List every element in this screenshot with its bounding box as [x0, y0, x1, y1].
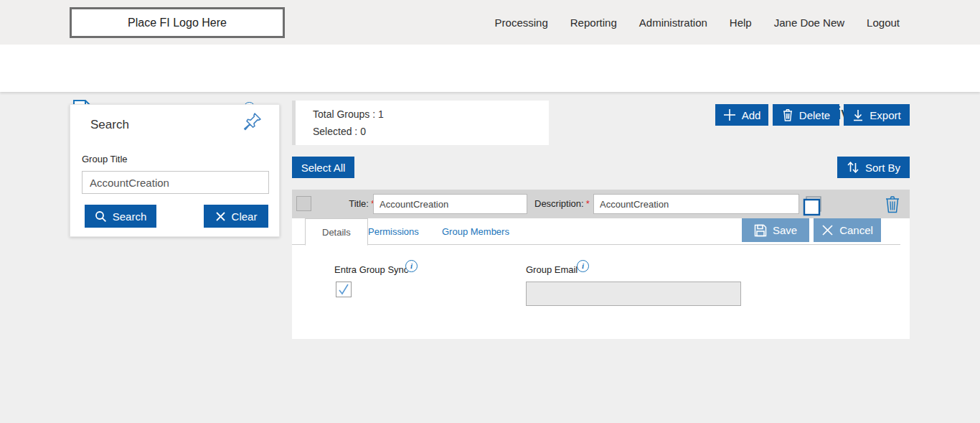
close-icon: [821, 224, 834, 236]
entra-group-sync-label: Entra Group Sync: [334, 264, 408, 275]
main-nav: Processing Reporting Administration Help…: [495, 0, 900, 45]
search-icon: [95, 210, 107, 223]
group-email-info-icon[interactable]: [577, 260, 589, 272]
groups-summary: Total Groups : 1 Selected : 0: [292, 101, 549, 145]
required-marker: *: [586, 198, 590, 209]
title-label: Title:*: [331, 198, 374, 209]
save-button-label: Save: [773, 224, 797, 236]
plus-icon: [723, 108, 736, 121]
crud-toolbar: Add Delete Export: [715, 104, 910, 126]
sort-by-label: Sort By: [865, 162, 900, 174]
delete-button-label: Delete: [799, 109, 830, 121]
tab-details[interactable]: Details: [305, 218, 368, 246]
select-all-button[interactable]: Select All: [292, 157, 354, 178]
cancel-button-label: Cancel: [839, 224, 873, 236]
search-button[interactable]: Search: [85, 205, 156, 228]
nav-item-administration[interactable]: Administration: [639, 17, 707, 29]
clear-button[interactable]: Clear: [204, 205, 268, 228]
trash-icon: [782, 108, 793, 121]
search-panel: Search Group Title Search Clear: [70, 104, 280, 237]
entra-group-sync-checkbox[interactable]: [336, 282, 352, 297]
close-icon: [215, 211, 226, 222]
group-row: Title:* Description:*: [292, 190, 910, 218]
group-email-label: Group Email: [526, 264, 578, 275]
selected-count-text: Selected : 0: [313, 126, 366, 137]
export-button-label: Export: [870, 109, 900, 121]
top-bar: Place FI Logo Here Processing Reporting …: [0, 0, 980, 45]
nav-item-user[interactable]: Jane Doe New: [774, 17, 844, 29]
nav-item-processing[interactable]: Processing: [495, 17, 548, 29]
pin-icon[interactable]: [243, 112, 262, 134]
tab-group-members[interactable]: Group Members: [442, 218, 509, 245]
checkmark-icon: [337, 283, 350, 296]
fi-logo-text: Place FI Logo Here: [128, 17, 227, 29]
nav-item-help[interactable]: Help: [730, 17, 752, 29]
fi-logo-placeholder: Place FI Logo Here: [70, 7, 285, 38]
search-button-label: Search: [113, 210, 147, 223]
description-label: Description:*: [534, 198, 590, 209]
tab-permissions[interactable]: Permissions: [368, 218, 419, 245]
entra-group-sync-info-icon[interactable]: [405, 260, 418, 272]
page-header: Group Maintenance Kinective Sign: [0, 45, 980, 92]
select-all-label: Select All: [301, 162, 346, 174]
title-input[interactable]: [373, 194, 527, 214]
group-title-input[interactable]: [82, 171, 269, 194]
clear-button-label: Clear: [232, 210, 258, 223]
download-icon: [852, 109, 864, 121]
save-icon: [754, 224, 767, 237]
row-checkbox[interactable]: [296, 196, 311, 211]
add-button-label: Add: [742, 109, 761, 121]
add-button[interactable]: Add: [715, 104, 768, 126]
sort-by-button[interactable]: Sort By: [837, 157, 910, 178]
save-button[interactable]: Save: [742, 218, 809, 242]
group-detail-panel: Details Permissions Group Members Save C…: [292, 218, 910, 339]
description-input[interactable]: [593, 194, 799, 214]
total-groups-text: Total Groups : 1: [313, 108, 384, 120]
delete-button[interactable]: Delete: [773, 104, 839, 126]
nav-item-logout[interactable]: Logout: [867, 17, 900, 29]
sort-icon: [847, 161, 859, 174]
group-title-label: Group Title: [82, 154, 128, 164]
copy-icon[interactable]: [803, 195, 824, 220]
group-email-input[interactable]: [526, 282, 741, 306]
search-panel-title: Search: [90, 118, 129, 132]
cancel-button[interactable]: Cancel: [814, 218, 881, 242]
export-button[interactable]: Export: [844, 104, 910, 126]
nav-item-reporting[interactable]: Reporting: [570, 17, 617, 29]
row-trash-icon[interactable]: [885, 195, 900, 216]
